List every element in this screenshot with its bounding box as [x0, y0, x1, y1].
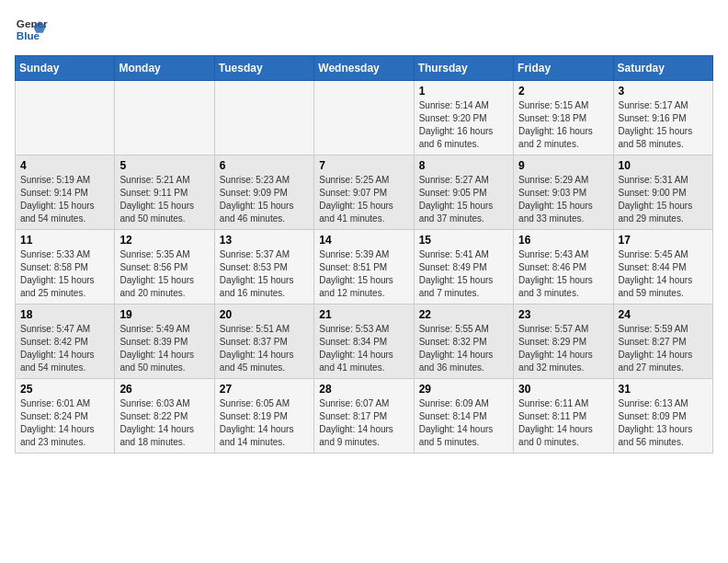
- day-number: 12: [119, 234, 209, 247]
- day-info: Sunrise: 5:35 AM Sunset: 8:56 PM Dayligh…: [119, 248, 209, 300]
- calendar-cell: 4Sunrise: 5:19 AM Sunset: 9:14 PM Daylig…: [16, 155, 115, 230]
- calendar-cell: 20Sunrise: 5:51 AM Sunset: 8:37 PM Dayli…: [214, 304, 313, 379]
- calendar-cell: [314, 81, 414, 155]
- day-info: Sunrise: 6:07 AM Sunset: 8:17 PM Dayligh…: [319, 397, 408, 449]
- day-number: 13: [220, 234, 309, 247]
- day-number: 18: [20, 308, 109, 321]
- calendar-cell: 24Sunrise: 5:59 AM Sunset: 8:27 PM Dayli…: [613, 304, 712, 379]
- day-info: Sunrise: 5:19 AM Sunset: 9:14 PM Dayligh…: [20, 174, 109, 225]
- day-info: Sunrise: 5:15 AM Sunset: 9:18 PM Dayligh…: [518, 99, 608, 151]
- day-info: Sunrise: 5:17 AM Sunset: 9:16 PM Dayligh…: [619, 99, 708, 151]
- calendar-cell: 5Sunrise: 5:21 AM Sunset: 9:11 PM Daylig…: [115, 155, 214, 230]
- calendar-cell: 29Sunrise: 6:09 AM Sunset: 8:14 PM Dayli…: [414, 379, 513, 454]
- calendar-cell: 25Sunrise: 6:01 AM Sunset: 8:24 PM Dayli…: [16, 379, 115, 454]
- day-number: 2: [518, 85, 608, 98]
- calendar-cell: 19Sunrise: 5:49 AM Sunset: 8:39 PM Dayli…: [115, 304, 214, 379]
- day-info: Sunrise: 6:13 AM Sunset: 8:09 PM Dayligh…: [619, 397, 708, 449]
- calendar-cell: 18Sunrise: 5:47 AM Sunset: 8:42 PM Dayli…: [16, 304, 115, 379]
- day-number: 14: [319, 234, 408, 247]
- calendar-week-4: 18Sunrise: 5:47 AM Sunset: 8:42 PM Dayli…: [16, 304, 713, 379]
- day-number: 8: [419, 159, 508, 172]
- logo: General Blue: [15, 15, 48, 48]
- page-header: General Blue: [15, 15, 713, 48]
- day-number: 20: [220, 308, 309, 321]
- calendar-week-2: 4Sunrise: 5:19 AM Sunset: 9:14 PM Daylig…: [16, 155, 713, 230]
- calendar-cell: 8Sunrise: 5:27 AM Sunset: 9:05 PM Daylig…: [414, 155, 513, 230]
- day-info: Sunrise: 5:37 AM Sunset: 8:53 PM Dayligh…: [220, 248, 309, 300]
- calendar-cell: [214, 81, 313, 155]
- weekday-header-row: SundayMondayTuesdayWednesdayThursdayFrid…: [16, 56, 713, 81]
- day-number: 31: [619, 383, 708, 396]
- calendar-cell: 6Sunrise: 5:23 AM Sunset: 9:09 PM Daylig…: [214, 155, 313, 230]
- day-number: 1: [419, 85, 508, 98]
- day-info: Sunrise: 5:47 AM Sunset: 8:42 PM Dayligh…: [20, 323, 109, 374]
- day-info: Sunrise: 6:05 AM Sunset: 8:19 PM Dayligh…: [220, 397, 309, 449]
- day-number: 5: [119, 159, 209, 172]
- weekday-header-saturday: Saturday: [613, 56, 712, 81]
- calendar-cell: 7Sunrise: 5:25 AM Sunset: 9:07 PM Daylig…: [314, 155, 414, 230]
- day-info: Sunrise: 5:43 AM Sunset: 8:46 PM Dayligh…: [518, 248, 608, 300]
- day-number: 30: [518, 383, 608, 396]
- day-number: 6: [220, 159, 309, 172]
- calendar-cell: 9Sunrise: 5:29 AM Sunset: 9:03 PM Daylig…: [514, 155, 613, 230]
- day-number: 16: [518, 234, 608, 247]
- calendar-week-1: 1Sunrise: 5:14 AM Sunset: 9:20 PM Daylig…: [16, 81, 713, 155]
- calendar-cell: [16, 81, 115, 155]
- calendar-cell: 27Sunrise: 6:05 AM Sunset: 8:19 PM Dayli…: [214, 379, 313, 454]
- day-info: Sunrise: 5:31 AM Sunset: 9:00 PM Dayligh…: [619, 174, 708, 225]
- day-info: Sunrise: 5:59 AM Sunset: 8:27 PM Dayligh…: [619, 323, 708, 374]
- calendar-week-3: 11Sunrise: 5:33 AM Sunset: 8:58 PM Dayli…: [16, 230, 713, 304]
- day-info: Sunrise: 5:45 AM Sunset: 8:44 PM Dayligh…: [619, 248, 708, 300]
- calendar-cell: 1Sunrise: 5:14 AM Sunset: 9:20 PM Daylig…: [414, 81, 513, 155]
- calendar-cell: 28Sunrise: 6:07 AM Sunset: 8:17 PM Dayli…: [314, 379, 414, 454]
- calendar-cell: 3Sunrise: 5:17 AM Sunset: 9:16 PM Daylig…: [613, 81, 712, 155]
- day-number: 10: [619, 159, 708, 172]
- day-number: 27: [220, 383, 309, 396]
- day-number: 11: [20, 234, 109, 247]
- day-info: Sunrise: 5:41 AM Sunset: 8:49 PM Dayligh…: [419, 248, 508, 300]
- day-info: Sunrise: 6:11 AM Sunset: 8:11 PM Dayligh…: [518, 397, 608, 449]
- day-info: Sunrise: 5:23 AM Sunset: 9:09 PM Dayligh…: [220, 174, 309, 225]
- day-number: 17: [619, 234, 708, 247]
- day-info: Sunrise: 5:21 AM Sunset: 9:11 PM Dayligh…: [119, 174, 209, 225]
- calendar-cell: 12Sunrise: 5:35 AM Sunset: 8:56 PM Dayli…: [115, 230, 214, 304]
- day-number: 23: [518, 308, 608, 321]
- day-number: 22: [419, 308, 508, 321]
- day-info: Sunrise: 5:49 AM Sunset: 8:39 PM Dayligh…: [119, 323, 209, 374]
- calendar-cell: 23Sunrise: 5:57 AM Sunset: 8:29 PM Dayli…: [514, 304, 613, 379]
- day-number: 29: [419, 383, 508, 396]
- day-number: 25: [20, 383, 109, 396]
- day-number: 7: [319, 159, 408, 172]
- day-number: 19: [119, 308, 209, 321]
- calendar-cell: 10Sunrise: 5:31 AM Sunset: 9:00 PM Dayli…: [613, 155, 712, 230]
- calendar-table: SundayMondayTuesdayWednesdayThursdayFrid…: [15, 55, 713, 454]
- day-info: Sunrise: 5:51 AM Sunset: 8:37 PM Dayligh…: [220, 323, 309, 374]
- day-info: Sunrise: 5:33 AM Sunset: 8:58 PM Dayligh…: [20, 248, 109, 300]
- day-number: 4: [20, 159, 109, 172]
- calendar-cell: 16Sunrise: 5:43 AM Sunset: 8:46 PM Dayli…: [514, 230, 613, 304]
- day-info: Sunrise: 5:57 AM Sunset: 8:29 PM Dayligh…: [518, 323, 608, 374]
- calendar-cell: 15Sunrise: 5:41 AM Sunset: 8:49 PM Dayli…: [414, 230, 513, 304]
- day-info: Sunrise: 6:09 AM Sunset: 8:14 PM Dayligh…: [419, 397, 508, 449]
- calendar-week-5: 25Sunrise: 6:01 AM Sunset: 8:24 PM Dayli…: [16, 379, 713, 454]
- calendar-cell: [115, 81, 214, 155]
- calendar-cell: 30Sunrise: 6:11 AM Sunset: 8:11 PM Dayli…: [514, 379, 613, 454]
- logo-icon: General Blue: [15, 15, 48, 48]
- weekday-header-monday: Monday: [115, 56, 214, 81]
- day-number: 3: [619, 85, 708, 98]
- calendar-cell: 11Sunrise: 5:33 AM Sunset: 8:58 PM Dayli…: [16, 230, 115, 304]
- weekday-header-sunday: Sunday: [16, 56, 115, 81]
- day-info: Sunrise: 5:39 AM Sunset: 8:51 PM Dayligh…: [319, 248, 408, 300]
- day-info: Sunrise: 5:55 AM Sunset: 8:32 PM Dayligh…: [419, 323, 508, 374]
- weekday-header-friday: Friday: [514, 56, 613, 81]
- day-number: 15: [419, 234, 508, 247]
- calendar-cell: 22Sunrise: 5:55 AM Sunset: 8:32 PM Dayli…: [414, 304, 513, 379]
- calendar-cell: 26Sunrise: 6:03 AM Sunset: 8:22 PM Dayli…: [115, 379, 214, 454]
- calendar-cell: 17Sunrise: 5:45 AM Sunset: 8:44 PM Dayli…: [613, 230, 712, 304]
- day-number: 28: [319, 383, 408, 396]
- weekday-header-wednesday: Wednesday: [314, 56, 414, 81]
- day-info: Sunrise: 5:29 AM Sunset: 9:03 PM Dayligh…: [518, 174, 608, 225]
- day-info: Sunrise: 6:03 AM Sunset: 8:22 PM Dayligh…: [119, 397, 209, 449]
- day-number: 9: [518, 159, 608, 172]
- day-number: 26: [119, 383, 209, 396]
